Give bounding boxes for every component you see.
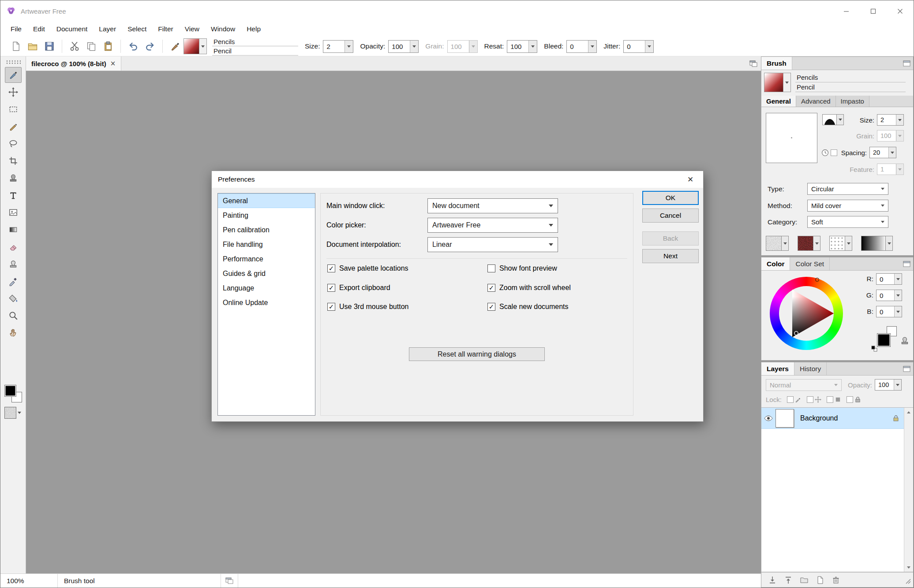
tab-layers[interactable]: Layers [761,362,794,375]
category-pen-calibration[interactable]: Pen calibration [218,223,315,237]
undo-button[interactable] [126,39,141,54]
method-select[interactable]: Mild cover [807,200,888,212]
tab-color-set[interactable]: Color Set [790,257,830,270]
gradient-tool[interactable] [5,222,22,238]
crop-tool[interactable] [5,153,22,169]
category-online-update[interactable]: Online Update [218,295,315,310]
foreground-color-swatch[interactable] [4,385,16,397]
color-stamp-button[interactable] [900,336,910,346]
tab-general[interactable]: General [761,96,796,107]
brush-variant-name[interactable]: Pencil [212,46,298,56]
brush-stroke-preview[interactable] [184,38,199,54]
sv-triangle[interactable] [770,277,843,350]
text-tool[interactable] [5,187,22,203]
jitter-dropdown-button[interactable] [645,41,653,52]
type-select[interactable]: Circular [807,183,888,195]
clone-stamp-tool[interactable] [5,256,22,272]
size-spinner[interactable]: 2 [323,40,353,53]
opacity-dropdown-button[interactable] [410,41,418,52]
tab-impasto[interactable]: Impasto [836,96,869,107]
close-button[interactable] [887,0,914,22]
menu-view[interactable]: View [179,22,205,37]
layer-opacity-value[interactable]: 100 [875,380,894,390]
menu-document[interactable]: Document [51,22,94,37]
panel-menu-button[interactable] [903,60,910,67]
rect-select-tool[interactable] [5,101,22,117]
status-panel-button[interactable] [221,574,238,588]
menu-select[interactable]: Select [122,22,152,37]
brush-stroke-preview[interactable] [764,73,783,92]
resat-dropdown-button[interactable] [528,41,537,52]
chevron-down-button[interactable] [886,236,893,251]
brush-preview-dropdown-button[interactable] [783,73,791,92]
next-button[interactable]: Next [642,249,699,263]
layer-thumbnail[interactable] [775,409,794,428]
menu-layer[interactable]: Layer [93,22,122,37]
open-button[interactable] [25,39,40,54]
brush-selector[interactable]: Pencils Pencil [212,37,298,56]
current-tool-button[interactable] [168,39,183,54]
dots-pattern-selector[interactable] [829,236,852,251]
move-layer-up-button[interactable] [782,574,795,586]
lasso-tool[interactable] [5,136,22,152]
chevron-down-button[interactable] [782,236,789,251]
category-general[interactable]: General [218,194,315,208]
category-painting[interactable]: Painting [218,208,315,223]
foreground-background-colors[interactable] [4,385,22,402]
copy-button[interactable] [84,39,99,54]
blue-value[interactable]: 0 [877,306,894,317]
reset-warning-dialogs-button[interactable]: Reset all warning dialogs [409,347,545,361]
brush-panel-title[interactable]: Brush [761,57,792,70]
checkbox-save-palette-locations[interactable]: Save palette locations [327,264,408,272]
ok-button[interactable]: OK [642,191,699,205]
move-tool[interactable] [5,84,22,100]
size-value[interactable]: 2 [323,41,345,52]
merge-down-button[interactable] [766,574,779,586]
color-wheel[interactable] [770,277,843,350]
maximize-button[interactable] [860,0,887,22]
size-dropdown-button[interactable] [345,41,353,52]
lock-transparency-checkbox[interactable] [827,396,833,403]
spacing-checkbox[interactable] [831,149,837,156]
zoom-tool[interactable] [5,308,22,324]
menu-window[interactable]: Window [205,22,241,37]
paste-button[interactable] [101,39,116,54]
redo-button[interactable] [142,39,157,54]
dialog-close-button[interactable]: ✕ [678,171,703,188]
bleed-value[interactable]: 0 [567,41,588,52]
eraser-tool[interactable] [5,239,22,255]
resat-value[interactable]: 100 [507,41,528,52]
green-spinner[interactable]: 0 [876,290,902,301]
brush-spacing-spinner[interactable]: 20 [869,147,896,158]
chevron-down-button[interactable] [894,290,902,301]
blue-spinner[interactable]: 0 [876,306,902,317]
lock-paint-option[interactable] [787,396,802,403]
bleed-dropdown-button[interactable] [588,41,596,52]
tab-history[interactable]: History [794,362,827,375]
hue-marker[interactable] [815,278,819,282]
scroll-down-button[interactable] [904,563,913,572]
layer-list-scrollbar[interactable] [904,408,913,572]
cancel-button[interactable]: Cancel [642,208,699,223]
resat-spinner[interactable]: 100 [507,40,537,53]
new-group-button[interactable] [798,574,811,586]
jitter-spinner[interactable]: 0 [623,40,654,53]
checkbox-use-3rd-mouse-button[interactable]: Use 3rd mouse button [327,303,408,311]
delete-layer-button[interactable] [829,574,843,586]
category-select[interactable]: Soft [807,216,888,228]
new-layer-button[interactable] [813,574,827,586]
color-picker-select[interactable]: Artweaver Free [427,218,558,233]
pencil-tool[interactable] [5,119,22,134]
opacity-value[interactable]: 100 [389,41,410,52]
checkbox-export-clipboard[interactable]: Export clipboard [327,284,390,292]
red-spinner[interactable]: 0 [876,273,902,285]
layer-row-background[interactable]: Background [761,408,904,429]
chevron-down-button[interactable] [813,236,820,251]
gradient-selector[interactable] [861,236,893,251]
resize-grip-icon[interactable] [904,577,911,584]
chevron-down-button[interactable] [888,147,896,158]
checkbox-zoom-with-scroll-wheel[interactable]: Zoom with scroll wheel [487,284,571,292]
menu-help[interactable]: Help [241,22,266,37]
fill-tool[interactable] [5,290,22,306]
brush-spacing-value[interactable]: 20 [870,147,888,158]
